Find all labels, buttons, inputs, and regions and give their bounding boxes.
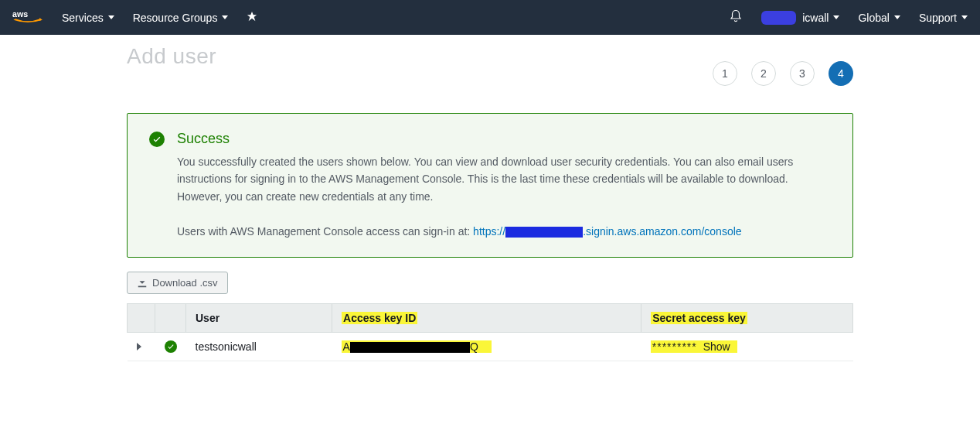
- success-check-icon: [165, 340, 177, 353]
- show-secret-link[interactable]: Show: [703, 340, 730, 353]
- nav-account[interactable]: icwall: [761, 11, 839, 25]
- col-secret: Secret access key: [641, 303, 853, 332]
- aws-logo[interactable]: aws: [12, 9, 43, 27]
- cell-secret: ********* Show: [641, 332, 853, 361]
- nav-resource-groups-label: Resource Groups: [133, 12, 218, 24]
- svg-text:aws: aws: [12, 9, 28, 18]
- top-nav: aws Services Resource Groups icwall Glob…: [0, 0, 980, 35]
- signin-url-link[interactable]: https://.signin.aws.amazon.com/console: [473, 225, 741, 238]
- table-row: testsonicwall AQ ********* Show: [128, 332, 853, 361]
- chevron-down-icon: [833, 15, 839, 19]
- col-expand: [128, 303, 155, 332]
- redacted-account-icon: [761, 11, 796, 25]
- bell-icon[interactable]: [729, 9, 743, 26]
- success-banner: Success You successfully created the use…: [127, 113, 853, 258]
- triangle-right-icon: [137, 343, 141, 350]
- row-status: [155, 332, 186, 361]
- nav-services[interactable]: Services: [62, 12, 114, 24]
- signin-prefix: Users with AWS Management Console access…: [177, 225, 473, 238]
- download-csv-label: Download .csv: [152, 277, 218, 289]
- success-signin-line: Users with AWS Management Console access…: [177, 223, 831, 240]
- chevron-down-icon: [961, 15, 968, 19]
- nav-account-label: icwall: [802, 12, 829, 24]
- nav-region-label: Global: [858, 12, 889, 24]
- nav-support[interactable]: Support: [919, 12, 968, 24]
- success-body-text: You successfully created the users shown…: [177, 153, 831, 205]
- download-icon: [137, 277, 148, 288]
- success-title: Success: [177, 131, 230, 147]
- nav-support-label: Support: [919, 12, 957, 24]
- redacted-account-id: [505, 227, 583, 238]
- chevron-down-icon: [108, 15, 114, 19]
- redacted-access-key: [350, 342, 470, 353]
- nav-services-label: Services: [62, 12, 104, 24]
- nav-resource-groups[interactable]: Resource Groups: [133, 12, 229, 24]
- col-access-key: Access key ID: [332, 303, 641, 332]
- row-expand-toggle[interactable]: [128, 332, 155, 361]
- page-title: Add user: [127, 44, 853, 69]
- chevron-down-icon: [222, 15, 228, 19]
- col-status: [155, 303, 186, 332]
- pin-icon[interactable]: [247, 11, 257, 24]
- download-csv-button[interactable]: Download .csv: [127, 272, 228, 294]
- cell-access-key: AQ: [332, 332, 641, 361]
- col-user: User: [186, 303, 332, 332]
- success-check-icon: [149, 132, 165, 147]
- cell-user: testsonicwall: [186, 332, 332, 361]
- credentials-table: User Access key ID Secret access key tes…: [127, 303, 853, 361]
- chevron-down-icon: [894, 15, 900, 19]
- nav-region[interactable]: Global: [858, 12, 900, 24]
